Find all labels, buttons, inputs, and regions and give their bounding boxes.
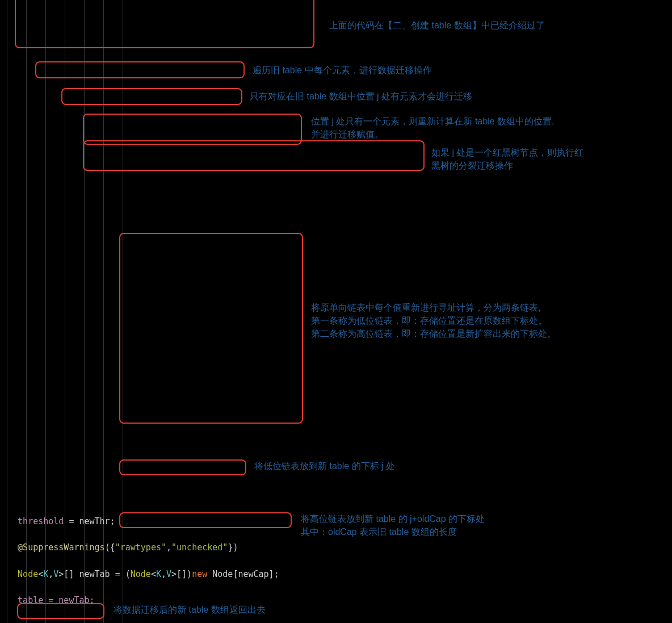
anno-do1: 将原单向链表中每个值重新进行寻址计算，分为两条链表, bbox=[311, 301, 540, 314]
code-line: if (oldTab != null) { bbox=[2, 621, 672, 623]
code-line: @SuppressWarnings({"rawtypes","unchecked… bbox=[2, 541, 672, 554]
code-line: threshold = newThr; bbox=[2, 515, 672, 528]
anno-tree2: 黑树的分裂迁移操作 bbox=[431, 159, 513, 172]
anno-if2a: 位置 j 处只有一个元素，则重新计算在新 table 数组中的位置, bbox=[311, 115, 554, 128]
anno-top: 上面的代码在【二、创建 table 数组】中已经介绍过了 bbox=[329, 19, 647, 32]
anno-if2b: 并进行迁移赋值。 bbox=[311, 128, 384, 141]
anno-do3: 第二条称为高位链表，即：存储位置是新扩容出来的下标处。 bbox=[311, 327, 556, 340]
code-line: table = newTab; bbox=[2, 594, 672, 607]
anno-do2: 第一条称为低位链表，即：存储位置还是在原数组下标处。 bbox=[311, 314, 547, 327]
anno-for: 遍历旧 table 中每个元素，进行数据迁移操作 bbox=[253, 64, 432, 77]
code-block: 上面的代码在【二、创建 table 数组】中已经介绍过了 遍历旧 table 中… bbox=[0, 0, 672, 623]
anno-if1: 只有对应在旧 table 数组中位置 j 处有元素才会进行迁移 bbox=[250, 90, 472, 103]
anno-tree1: 如果 j 处是一个红黑树节点，则执行红 bbox=[431, 146, 583, 159]
code-line: Node<K,V>[] newTab = (Node<K,V>[])new No… bbox=[2, 568, 672, 581]
anno-lo: 将低位链表放到新 table 的下标 j 处 bbox=[254, 459, 395, 473]
